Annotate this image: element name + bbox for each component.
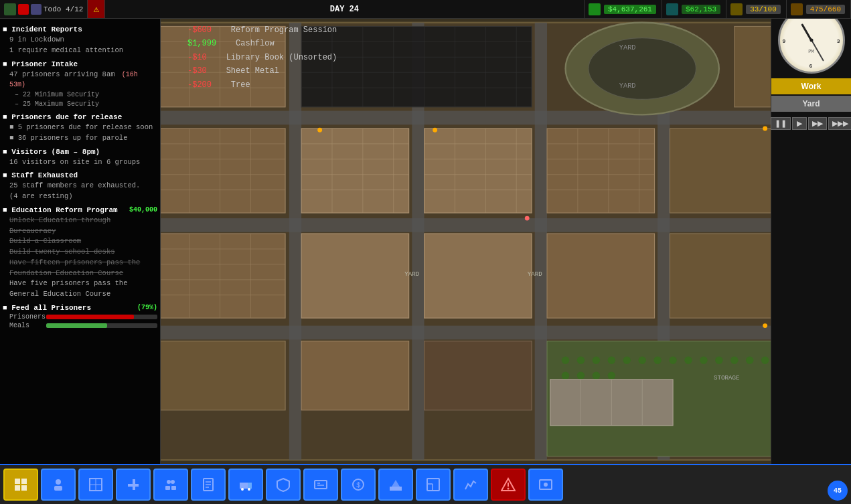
edu-task2: Build a Classroom (3, 236, 157, 247)
svg-rect-80 (301, 341, 409, 410)
svg-point-149 (508, 488, 510, 490)
prisoners-section: 33/100 (726, 0, 787, 18)
finance-item-4: -$30 Sheet Metal (187, 64, 337, 78)
prisoner-max: – 25 Maximum Security (3, 100, 157, 109)
finance-overlay: -$600 Reform Program Session $1,999 Cash… (187, 23, 337, 92)
faster-button[interactable]: ▶▶▶ (828, 117, 852, 130)
play-button[interactable]: ▶ (792, 117, 807, 130)
escape-button[interactable] (528, 469, 563, 501)
finance-item-3: -$10 Library Book (Unsorted) (187, 51, 337, 64)
cells-button[interactable] (78, 469, 113, 501)
edu-task5: Have five prisoners pass the General Edu… (3, 278, 157, 300)
svg-rect-34 (161, 129, 285, 213)
finance-label-4: Sheet Metal (226, 66, 279, 76)
svg-point-97 (715, 356, 722, 363)
feed-prisoners-row: Prisoners (3, 313, 157, 321)
svg-point-83 (562, 356, 569, 363)
finance-amount-1: -$600 (187, 25, 212, 35)
finance-item-5: -$200 Tree (187, 78, 337, 92)
svg-point-107 (525, 216, 530, 221)
work-button[interactable]: Work (771, 78, 851, 94)
feed-percent: (79%) (137, 304, 157, 311)
todo-section[interactable]: Todo 4/12 (0, 0, 88, 18)
alert-section[interactable]: ⚠ (88, 0, 104, 18)
finance-amount-2: $1,999 (187, 39, 216, 48)
alert-icon: ⚠ (93, 3, 98, 15)
rooms-button[interactable] (416, 469, 451, 501)
left-panel: Incident Reports 9 in Lockdown 1 require… (0, 19, 161, 464)
build-button[interactable] (378, 469, 413, 501)
svg-rect-144 (427, 479, 439, 491)
bottom-bar: $ 45 (0, 464, 851, 504)
overview-button[interactable] (3, 469, 38, 501)
emergencies-button[interactable] (491, 469, 526, 501)
finance-label-3: Library Book (Unsorted) (226, 53, 337, 62)
staff-button[interactable] (153, 469, 188, 501)
svg-point-94 (669, 356, 676, 363)
visitors-title: Visitors (8am – 8pm) (3, 148, 157, 156)
reports-button[interactable] (191, 469, 226, 501)
svg-rect-75 (301, 234, 409, 318)
svg-point-95 (684, 356, 692, 363)
clock-6: 6 (809, 63, 813, 69)
svg-rect-77 (547, 234, 655, 318)
svg-point-100 (761, 356, 769, 363)
todo-label: Todo 4/12 (44, 5, 83, 13)
clock-9: 9 (783, 38, 786, 44)
svg-rect-67 (161, 234, 285, 318)
todo-icon (4, 3, 16, 15)
rating-section: 475/660 (787, 0, 851, 18)
release-soon: ■ 5 prisoners due for release soon (3, 122, 157, 133)
svg-point-109 (763, 323, 767, 328)
income-section: $62,153 (662, 0, 726, 18)
yard-button[interactable]: Yard (771, 96, 851, 112)
svg-rect-142 (390, 487, 402, 491)
corner-badge: 45 (828, 481, 848, 501)
finance-button[interactable]: $ (341, 469, 376, 501)
finance-amount-5: -$200 (187, 80, 212, 90)
utilities-button[interactable] (116, 469, 151, 501)
svg-rect-119 (54, 486, 62, 491)
finance-item-2: $1,999 Cashflow (187, 37, 337, 50)
pause-button[interactable]: ❚❚ (771, 117, 791, 130)
prisoners-value: 33/100 (746, 5, 781, 14)
edu-task1: Unlock Education through Bureaucracy (3, 216, 157, 237)
svg-text:STORAGE: STORAGE (714, 374, 740, 382)
svg-point-89 (593, 371, 600, 379)
edu-task3: Build twenty school desks (3, 247, 157, 258)
svg-rect-66 (670, 129, 771, 213)
fast-button[interactable]: ▶▶ (808, 117, 827, 130)
svg-rect-137 (315, 481, 327, 489)
svg-point-106 (433, 128, 437, 133)
staff-info: 25 staff members are exhausted. (3, 181, 157, 191)
svg-point-91 (623, 356, 631, 363)
intelligence-button[interactable] (453, 469, 488, 501)
rating-value: 475/660 (806, 5, 845, 14)
income-icon (666, 3, 678, 15)
svg-rect-79 (161, 341, 285, 410)
building-icon (31, 4, 42, 15)
rating-icon (791, 3, 803, 15)
feed-prisoners-fill (46, 315, 134, 319)
incident-lockdown: 9 in Lockdown (3, 35, 157, 46)
feed-meals-fill (46, 323, 107, 328)
svg-rect-58 (547, 129, 655, 213)
feed-prisoners-bar (46, 315, 157, 319)
svg-point-151 (544, 483, 548, 487)
svg-marker-134 (248, 483, 252, 489)
svg-text:YARD: YARD (619, 82, 636, 90)
prisoner-intake-title: Prisoner Intake (3, 60, 157, 68)
svg-point-84 (577, 356, 585, 363)
security-button[interactable] (266, 469, 301, 501)
prisoners-button[interactable] (41, 469, 76, 501)
logistics-button[interactable] (228, 469, 263, 501)
money-section: $4,637,261 (585, 0, 662, 18)
clock-3: 3 (837, 38, 840, 44)
incident-title: Incident Reports (3, 25, 157, 33)
svg-point-108 (763, 127, 767, 131)
finance-item-1: -$600 Reform Program Session (187, 23, 337, 37)
programs-button[interactable] (303, 469, 338, 501)
svg-point-85 (593, 356, 600, 363)
svg-rect-2 (161, 111, 771, 125)
day-label: DAY 24 (323, 5, 366, 14)
